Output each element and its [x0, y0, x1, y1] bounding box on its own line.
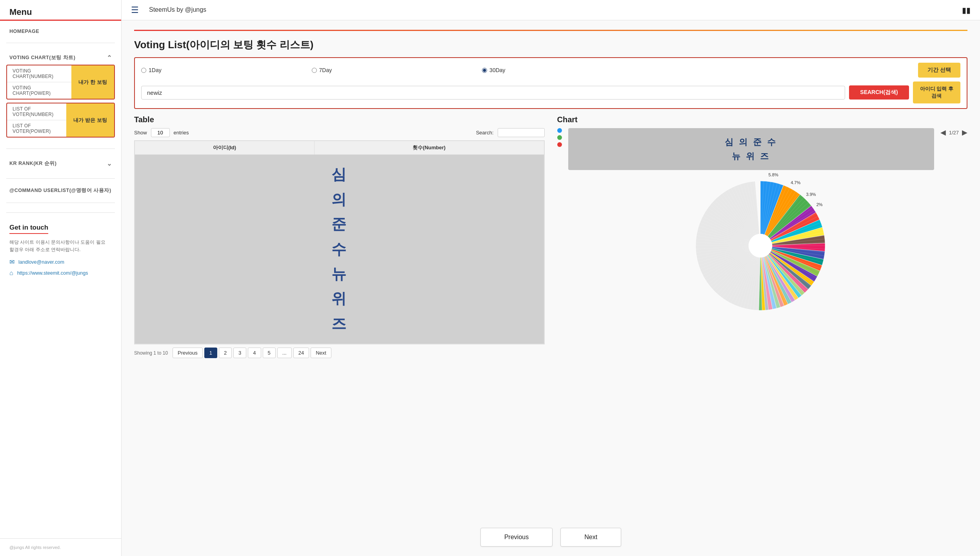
table-chart-row: Table Show entries Search: 아이디(Id) 횟수(N	[134, 115, 967, 358]
sidebar-divider-4	[6, 203, 115, 203]
chart-title-line2: 뉴 위 즈	[584, 149, 918, 163]
sidebar-voting-chart-header[interactable]: VOTING CHART(보팅 차트) ⌃	[6, 51, 115, 65]
filter-box: 1Day 7Day 30Day 기간 선택 SEARCH(검색)	[134, 57, 967, 109]
chart-title: Chart	[557, 115, 968, 124]
radio-7day[interactable]	[312, 68, 317, 73]
page-ellipsis-btn: ...	[277, 348, 292, 358]
received-voting-button[interactable]: 내가 받은 보팅	[66, 103, 114, 137]
search-table-label: Search:	[476, 130, 494, 136]
sidebar-item-homepage[interactable]: HOMEPAGE	[0, 25, 121, 38]
chart-nav-page: 1/27	[949, 130, 959, 136]
legend-dot-2	[557, 135, 562, 140]
korean-char-3: 준	[331, 215, 347, 234]
page-title: Voting List(아이디의 보팅 횟수 리스트)	[134, 38, 967, 52]
table-body-content: 심 의 준 수 뉴 위 즈	[135, 155, 544, 344]
email-icon: ✉	[9, 258, 15, 266]
chart-title-line1: 심 의 준 수	[584, 135, 918, 149]
site-title: SteemUs by @jungs	[149, 6, 206, 13]
label-1day: 1Day	[149, 67, 162, 73]
sidebar-section-kr-rank: KR RANK(KR 순위) ⌄	[0, 154, 121, 174]
pie-chart-svg: 5.8%4.7%3.9%2%	[688, 173, 837, 314]
svg-point-124	[749, 234, 772, 257]
page-2-btn[interactable]: 2	[219, 348, 232, 358]
voting-chart-inner-1: VOTING CHART(NUMBER) VOTING CHART(POWER)…	[7, 65, 114, 99]
svg-text:2%: 2%	[816, 202, 823, 207]
chart-header-row: 심 의 준 수 뉴 위 즈 ◀ 1/27 ▶	[557, 128, 968, 170]
sidebar-item-voting-chart-power[interactable]: VOTING CHART(POWER)	[7, 82, 71, 99]
period-select-button[interactable]: 기간 선택	[918, 63, 960, 78]
korean-char-2: 의	[331, 190, 347, 209]
search-input[interactable]	[141, 86, 845, 100]
table-search-input[interactable]	[498, 128, 545, 137]
filter-30day[interactable]: 30Day	[482, 67, 505, 73]
korean-char-5: 뉴	[331, 264, 347, 284]
pie-chart-container: 5.8%4.7%3.9%2%	[557, 173, 968, 314]
sidebar-item-list-voter-number[interactable]: LIST OF VOTER(NUMBER)	[7, 103, 66, 120]
legend-dot-3	[557, 142, 562, 147]
nav-buttons-row: Previous Next	[122, 521, 980, 556]
chart-section: Chart 심 의 준 수	[557, 115, 968, 358]
page-1-btn[interactable]: 1	[204, 348, 217, 358]
sidebar-divider-5	[6, 212, 115, 213]
previous-nav-button[interactable]: Previous	[480, 528, 553, 547]
korean-vertical-text: 심 의 준 수 뉴 위 즈	[140, 157, 538, 341]
korean-char-6: 위	[331, 289, 347, 308]
next-nav-button[interactable]: Next	[560, 528, 621, 547]
main-content: ☰ SteemUs by @jungs ▮▮ Voting List(아이디의 …	[122, 0, 980, 556]
sidebar-kr-rank-header[interactable]: KR RANK(KR 순위) ⌄	[6, 157, 115, 170]
sidebar-item-command-userlist[interactable]: @COMMAND USERLIST(@명령어 사용자)	[0, 183, 121, 198]
legend-item-3	[557, 142, 562, 147]
svg-text:4.7%: 4.7%	[791, 180, 800, 185]
contact-website-link[interactable]: https://www.steemit.com/@jungs	[17, 270, 88, 276]
contact-website-item: ⌂ https://www.steemit.com/@jungs	[9, 270, 112, 277]
page-next-btn[interactable]: Next	[311, 348, 331, 358]
svg-text:3.9%: 3.9%	[806, 192, 816, 197]
chart-next-btn[interactable]: ▶	[962, 128, 967, 137]
search-hint: 아이디 입력 후 검색	[913, 81, 960, 103]
show-label: Show	[134, 130, 147, 136]
chevron-up-icon: ⌃	[107, 54, 112, 62]
sidebar-item-list-voter-power[interactable]: LIST OF VOTER(POWER)	[7, 120, 66, 137]
korean-char-4: 수	[331, 240, 347, 259]
page-4-btn[interactable]: 4	[248, 348, 261, 358]
korean-char-7: 즈	[331, 314, 347, 333]
sidebar-divider-2	[6, 149, 115, 149]
sidebar-contact: Get in touch 해당 사이트 이용시 문의사항이나 도움이 필요할경우…	[0, 217, 121, 287]
filter-7day[interactable]: 7Day	[312, 67, 332, 73]
label-30day: 30Day	[489, 67, 505, 73]
radio-1day[interactable]	[141, 68, 146, 73]
contact-text: 해당 사이트 이용시 문의사항이나 도움이 필요할경우 아래 주소로 연락바랍니…	[9, 239, 112, 254]
filter-day-row: 1Day 7Day 30Day 기간 선택	[141, 63, 960, 78]
contact-email-link[interactable]: landlove@naver.com	[18, 259, 64, 265]
filter-1day[interactable]: 1Day	[141, 67, 162, 73]
sidebar-divider-1	[6, 43, 115, 43]
voting-chart-inner-2: LIST OF VOTER(NUMBER) LIST OF VOTER(POWE…	[7, 103, 114, 137]
chart-nav: ◀ 1/27 ▶	[940, 128, 967, 137]
chart-title-box: 심 의 준 수 뉴 위 즈	[568, 128, 934, 170]
label-7day: 7Day	[319, 67, 332, 73]
sidebar-footer: @jungs All rights reserved.	[0, 538, 121, 556]
page-24-btn[interactable]: 24	[293, 348, 309, 358]
legend-item-2	[557, 135, 562, 140]
col-number-header: 횟수(Number)	[314, 141, 544, 155]
pie-chart-group: 5.8%4.7%3.9%2%	[696, 173, 825, 310]
sidebar-item-voting-chart-number[interactable]: VOTING CHART(NUMBER)	[7, 65, 71, 82]
chart-prev-btn[interactable]: ◀	[940, 128, 946, 137]
hamburger-icon[interactable]: ☰	[131, 5, 139, 15]
sidebar-section-voting-chart: VOTING CHART(보팅 차트) ⌃ VOTING CHART(NUMBE…	[0, 48, 121, 144]
search-button[interactable]: SEARCH(검색)	[849, 85, 909, 100]
sidebar-voting-chart-label: VOTING CHART(보팅 차트)	[9, 54, 75, 61]
page-3-btn[interactable]: 3	[233, 348, 246, 358]
red-line	[134, 30, 967, 31]
sidebar: Menu HOMEPAGE VOTING CHART(보팅 차트) ⌃ VOTI…	[0, 0, 122, 556]
page-5-btn[interactable]: 5	[263, 348, 276, 358]
chevron-down-icon: ⌄	[107, 160, 112, 167]
page-prev-btn[interactable]: Previous	[173, 348, 203, 358]
entries-input[interactable]	[151, 128, 170, 137]
korean-char-1: 심	[331, 165, 347, 184]
contact-email-item: ✉ landlove@naver.com	[9, 258, 112, 266]
home-icon: ⌂	[9, 270, 13, 277]
radio-30day[interactable]	[482, 68, 487, 73]
search-row: SEARCH(검색) 아이디 입력 후 검색	[141, 81, 960, 103]
my-voting-button[interactable]: 내가 한 보팅	[71, 65, 114, 99]
